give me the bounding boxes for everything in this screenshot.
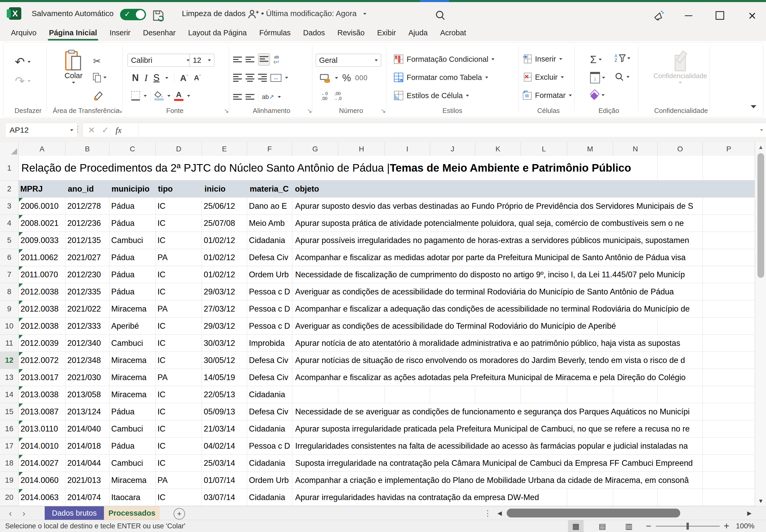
cell-B11[interactable]: 2012/340 [65,335,109,352]
underline-button[interactable]: S [153,72,159,83]
cell-D7[interactable]: IC [156,266,202,283]
cell-A18[interactable]: 2014.0027 [19,455,65,472]
cell-F14[interactable]: Cidadania [247,386,292,403]
cell-E6[interactable]: 01/02/12 [202,249,247,266]
objeto-cell-text[interactable]: Apurar notícia de ato atentatório à mora… [293,335,684,352]
row-header-11[interactable]: 11 [0,335,19,352]
ribbon-tab-revisão[interactable]: Revisão [331,25,371,41]
cell-C13[interactable]: Miracema [109,369,156,386]
cell-O20[interactable] [658,489,703,506]
save-icon[interactable] [152,9,164,22]
cell-F15[interactable]: Defesa Civ [247,403,292,420]
conditional-formatting-button[interactable]: Formatação Condicional [394,54,494,64]
row-header-5[interactable]: 5 [0,232,19,249]
cell-B6[interactable]: 2021/027 [65,249,109,266]
cell-D20[interactable]: IC [156,489,202,506]
cell-B14[interactable]: 2013/058 [65,386,109,403]
formula-input[interactable] [138,123,766,137]
autosave-toggle[interactable]: ✓ [120,9,146,20]
sheet-tab-processados[interactable]: Processados [104,506,160,521]
cell-P3[interactable] [703,198,755,214]
column-header-O[interactable]: O [658,142,703,156]
align-middle-icon[interactable] [246,55,254,64]
cell-C12[interactable]: Miracema [109,352,156,369]
row-header-19[interactable]: 19 [0,472,19,489]
cell-C5[interactable]: Cambuci [109,232,156,249]
percent-style-button[interactable]: % [342,72,351,84]
minimize-button[interactable]: ─ [678,4,699,27]
format-cells-button[interactable]: Formatar [522,91,572,100]
align-top-icon[interactable] [233,55,242,64]
objeto-cell-text[interactable]: Acompanhar e fiscalizar a adequação das … [293,300,694,317]
cell-B5[interactable]: 2012/135 [65,232,109,249]
cell-K14[interactable] [475,386,521,403]
row-header-6[interactable]: 6 [0,249,19,266]
dialog-launcher-icon[interactable]: ↘ [307,107,312,115]
sheet-title-text[interactable]: Relação de Procedimentos da 2ª PJTC do N… [19,156,635,180]
cell-E7[interactable]: 01/02/12 [202,266,247,283]
cell-P4[interactable] [703,215,755,232]
align-center-icon[interactable] [246,72,254,83]
column-header-I[interactable]: I [385,142,430,156]
cell-D4[interactable]: IC [156,215,202,232]
chevron-down-icon[interactable] [144,95,147,97]
people-icon[interactable] [247,9,259,20]
maximize-button[interactable] [709,4,730,27]
ribbon-tab-página-inicial[interactable]: Página Inicial [43,25,103,41]
increase-decimal-button[interactable]: ←0,00 [321,91,328,101]
cell-N20[interactable] [613,489,658,506]
cell-C10[interactable]: Aperibé [109,318,156,334]
cell-P11[interactable] [703,335,755,352]
column-label-inicio[interactable]: inicio [205,180,226,197]
cell-F8[interactable]: Pessoa c D [247,283,292,300]
column-label-ano_id[interactable]: ano_id [68,180,94,197]
column-label-objeto[interactable]: objeto [295,180,319,197]
cell-E19[interactable]: 01/07/14 [202,472,247,489]
cell-A4[interactable]: 2008.0021 [19,215,65,232]
cell-B17[interactable]: 2014/018 [65,437,109,454]
redo-button[interactable]: ↷ [15,74,31,88]
close-button[interactable]: × [742,4,763,27]
name-box[interactable]: AP12 [5,123,78,137]
view-normal-button[interactable]: ▦ [568,520,584,532]
column-label-materia_C[interactable]: materia_C [250,180,292,197]
cell-C17[interactable]: Pádua [109,437,156,454]
chevron-down-icon[interactable] [363,13,366,15]
ribbon-tab-desenhar[interactable]: Desenhar [137,25,182,41]
cell-F4[interactable]: Meio Amb [247,215,292,232]
cell-E16[interactable]: 21/03/14 [202,420,247,437]
borders-icon[interactable] [131,91,140,100]
autosum-button[interactable]: Σ [590,54,602,65]
delete-cells-button[interactable]: Excluir [522,72,564,82]
cell-P14[interactable] [703,386,755,403]
bold-button[interactable]: N [132,74,139,82]
objeto-cell-text[interactable]: Necessidade de se averiguar as condições… [293,403,694,420]
chevron-down-icon[interactable] [72,82,75,84]
excel-app-icon[interactable]: X [9,7,21,20]
cell-P17[interactable] [703,437,755,454]
vertical-scrollbar-thumb[interactable] [757,153,764,278]
insert-cells-button[interactable]: Inserir [522,54,562,64]
cell-A16[interactable]: 2013.0110 [19,420,65,437]
scroll-down-icon[interactable]: ▼ [755,498,766,504]
cell-E8[interactable]: 29/03/12 [202,283,247,300]
row-header-16[interactable]: 16 [0,420,19,437]
cell-C16[interactable]: Cambuci [109,420,156,437]
objeto-cell-text[interactable]: Apurar suposto desvio das verbas destina… [293,198,697,214]
sheet-nav-left-icon[interactable]: ‹ [5,506,16,520]
chevron-down-icon[interactable] [187,95,190,97]
cell-C15[interactable]: Pádua [109,403,156,420]
increase-indent-icon[interactable] [246,93,254,101]
cell-A17[interactable]: 2014.0010 [19,437,65,454]
increase-font-button[interactable]: Aˆ [180,74,188,82]
cell-P6[interactable] [703,249,755,266]
column-header-C[interactable]: C [109,142,156,156]
italic-button[interactable]: I [144,72,147,83]
insert-function-icon[interactable]: fx [116,125,121,135]
cell-F3[interactable]: Dano ao E [247,198,292,214]
cell-A14[interactable]: 2013.0038 [19,386,65,403]
cell-B16[interactable]: 2014/040 [65,420,109,437]
cell-J14[interactable] [430,386,475,403]
cell-A15[interactable]: 2013.0087 [19,403,65,420]
row-header-12[interactable]: 12 [0,352,19,369]
